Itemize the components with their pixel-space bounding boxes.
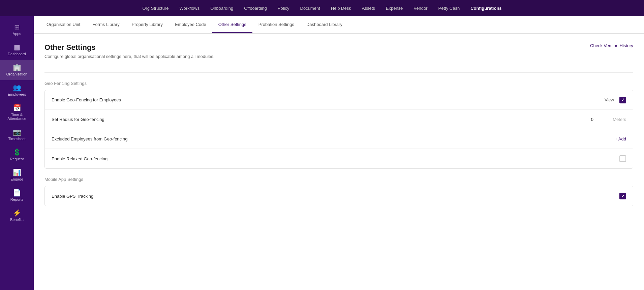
geo-fencing-radius-action: Meters <box>339 116 626 123</box>
gps-tracking-label: Enable GPS Tracking <box>52 194 619 199</box>
sidebar-label-time-attendance: Time & Attendance <box>1 112 32 121</box>
organisation-icon: 🏢 <box>13 64 21 71</box>
sidebar-item-organisation[interactable]: 🏢 Organisation <box>0 60 34 80</box>
section-divider-1 <box>44 72 633 73</box>
dashboard-icon: ▦ <box>14 44 20 51</box>
apps-icon: ⊞ <box>14 24 20 30</box>
nav-onboarding[interactable]: Onboarding <box>210 6 233 11</box>
geo-fencing-excluded-action: + Add <box>615 136 626 141</box>
gps-tracking-action <box>619 193 626 199</box>
geo-fencing-excluded-label: Excluded Employees from Geo-fencing <box>52 136 615 141</box>
sidebar-item-employees[interactable]: 👥 Employees <box>0 80 34 100</box>
page-content: Other Settings Configure global organisa… <box>34 34 644 290</box>
gps-tracking-checkbox[interactable] <box>619 193 626 199</box>
sidebar-item-request[interactable]: 💲 Request <box>0 145 34 165</box>
nav-vendor[interactable]: Vendor <box>413 6 427 11</box>
sidebar-label-benefits: Benefits <box>10 218 24 222</box>
geo-fencing-radius-label: Set Radius for Geo-fencing <box>52 117 339 122</box>
nav-document[interactable]: Document <box>300 6 320 11</box>
gps-tracking-checkbox-wrapper <box>619 193 626 199</box>
geo-fencing-enable-row: Enable Geo-Fencing for Employees View <box>45 90 633 110</box>
tab-dashboard-library[interactable]: Dashboard Library <box>300 16 348 33</box>
sidebar-item-timesheet[interactable]: 📷 Timesheet <box>0 125 34 145</box>
geo-fencing-relaxed-label: Enable Relaxed Geo-fencing <box>52 156 619 161</box>
main-layout: ⊞ Apps ▦ Dashboard 🏢 Organisation 👥 Empl… <box>0 16 644 290</box>
nav-policy[interactable]: Policy <box>278 6 289 11</box>
sidebar-label-apps: Apps <box>12 32 21 36</box>
geo-fencing-radius-row: Set Radius for Geo-fencing Meters <box>45 110 633 129</box>
geo-fencing-view-link[interactable]: View <box>605 97 614 102</box>
content-area: Organisation Unit Forms Library Property… <box>34 16 644 290</box>
top-navigation: Org Structure Workflows Onboarding Offbo… <box>0 0 644 16</box>
page-header-text: Other Settings Configure global organisa… <box>44 43 214 66</box>
nav-offboarding[interactable]: Offboarding <box>244 6 267 11</box>
timesheet-icon: 📷 <box>13 129 21 135</box>
reports-icon: 📄 <box>13 189 21 196</box>
mobile-app-section-label: Mobile App Settings <box>44 177 633 182</box>
time-attendance-icon: 📅 <box>13 104 21 111</box>
nav-petty-cash[interactable]: Petty Cash <box>438 6 460 11</box>
geo-fencing-enable-checkbox[interactable] <box>619 97 626 103</box>
geo-fencing-relaxed-row: Enable Relaxed Geo-fencing <box>45 149 633 168</box>
sidebar-item-benefits[interactable]: ⚡ Benefits <box>0 205 34 226</box>
nav-help-desk[interactable]: Help Desk <box>331 6 351 11</box>
tab-employee-code[interactable]: Employee Code <box>169 16 212 33</box>
sidebar-item-engage[interactable]: 📊 Engage <box>0 165 34 185</box>
engage-icon: 📊 <box>13 169 21 176</box>
geo-fencing-enable-label: Enable Geo-Fencing for Employees <box>52 97 605 102</box>
gps-tracking-row: Enable GPS Tracking <box>45 186 633 206</box>
tab-probation-settings[interactable]: Probation Settings <box>252 16 300 33</box>
request-icon: 💲 <box>13 149 21 156</box>
sidebar-label-reports: Reports <box>10 197 24 201</box>
sidebar-label-organisation: Organisation <box>6 72 27 76</box>
check-version-history-link[interactable]: Check Version History <box>590 43 633 48</box>
tab-property-library[interactable]: Property Library <box>126 16 169 33</box>
nav-org-structure[interactable]: Org Structure <box>142 6 168 11</box>
sidebar: ⊞ Apps ▦ Dashboard 🏢 Organisation 👥 Empl… <box>0 16 34 290</box>
nav-workflows[interactable]: Workflows <box>179 6 200 11</box>
geo-fencing-relaxed-action <box>619 155 626 162</box>
nav-assets[interactable]: Assets <box>362 6 375 11</box>
page-header-row: Other Settings Configure global organisa… <box>44 43 633 66</box>
geo-fencing-section-label: Geo Fencing Settings <box>44 81 633 86</box>
geo-fencing-enable-checkbox-wrapper <box>619 97 626 103</box>
page-title: Other Settings <box>44 43 214 52</box>
sidebar-label-employees: Employees <box>8 92 26 96</box>
geo-fencing-add-button[interactable]: + Add <box>615 136 626 141</box>
page-subtitle: Configure global organisational settings… <box>44 54 214 59</box>
employees-icon: 👥 <box>13 84 21 91</box>
sidebar-item-reports[interactable]: 📄 Reports <box>0 185 34 205</box>
sidebar-item-apps[interactable]: ⊞ Apps <box>0 20 34 40</box>
sidebar-label-engage: Engage <box>10 177 23 181</box>
benefits-icon: ⚡ <box>13 210 21 216</box>
tab-forms-library[interactable]: Forms Library <box>86 16 125 33</box>
sidebar-item-dashboard[interactable]: ▦ Dashboard <box>0 40 34 60</box>
sidebar-label-dashboard: Dashboard <box>8 52 26 56</box>
geo-fencing-radius-input[interactable] <box>581 116 601 123</box>
geo-fencing-radius-unit: Meters <box>609 117 626 122</box>
sidebar-label-timesheet: Timesheet <box>8 137 26 141</box>
sidebar-label-request: Request <box>10 157 24 161</box>
nav-configurations[interactable]: Configurations <box>470 6 501 11</box>
geo-fencing-relaxed-checkbox-wrapper <box>619 155 626 162</box>
geo-fencing-settings-card: Enable Geo-Fencing for Employees View Se… <box>44 90 633 169</box>
geo-fencing-enable-action: View <box>605 97 626 103</box>
mobile-app-settings-card: Enable GPS Tracking <box>44 186 633 206</box>
geo-fencing-relaxed-checkbox[interactable] <box>619 155 626 162</box>
sub-navigation: Organisation Unit Forms Library Property… <box>34 16 644 34</box>
tab-organisation-unit[interactable]: Organisation Unit <box>40 16 86 33</box>
nav-expense[interactable]: Expense <box>386 6 403 11</box>
geo-fencing-excluded-row: Excluded Employees from Geo-fencing + Ad… <box>45 129 633 149</box>
sidebar-item-time-attendance[interactable]: 📅 Time & Attendance <box>0 100 34 125</box>
tab-other-settings[interactable]: Other Settings <box>212 16 252 33</box>
